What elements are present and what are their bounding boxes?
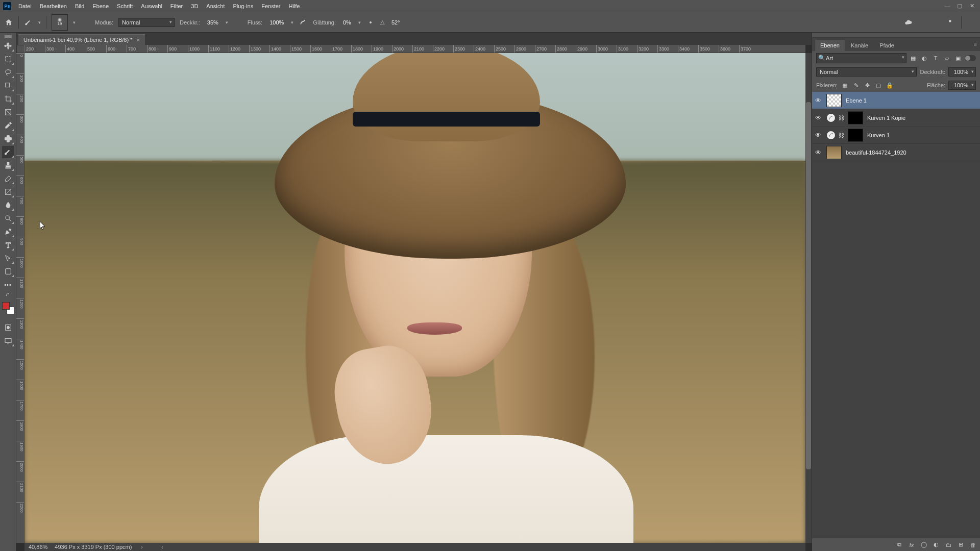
menu-ansicht[interactable]: Ansicht [202,2,229,11]
workspace-icon[interactable] [947,18,956,27]
panel-menu-icon[interactable]: ≡ [974,41,977,47]
horizontal-ruler[interactable]: 2003004005006007008009001000110012001300… [24,45,805,53]
status-chevron-icon[interactable]: › [139,544,145,550]
layer-thumb[interactable] [826,146,842,159]
tab-kanaele[interactable]: Kanäle [846,40,873,51]
selection-tool[interactable] [2,80,14,92]
layer-name-label[interactable]: beautiful-1844724_1920 [845,149,977,156]
brush-tool-icon[interactable] [24,18,33,27]
quick-mask-icon[interactable] [2,321,14,334]
opacity-value[interactable]: 35% [205,19,220,26]
eyedropper-tool[interactable] [2,119,14,132]
layer-list[interactable]: 👁 Ebene 1👁 ⛓ Kurven 1 Kopie👁 ⛓ Kurven 1👁… [812,92,980,538]
move-tool[interactable] [2,40,14,52]
window-minimize-icon[interactable]: — [942,2,952,10]
panel-grip[interactable] [812,33,980,38]
menu-bild[interactable]: Bild [71,2,88,11]
foreground-color-swatch[interactable] [2,302,10,310]
color-swatches[interactable] [2,302,14,314]
fill-value[interactable]: 100% [948,81,976,90]
layer-name-label[interactable]: Kurven 1 Kopie [866,115,977,121]
layer-filter-input[interactable] [816,53,906,63]
menu-auswahl[interactable]: Auswahl [137,2,166,11]
visibility-icon[interactable]: 👁 [815,132,823,139]
crop-tool[interactable] [2,93,14,105]
layer-fx-icon[interactable]: fx [908,541,916,549]
menu-filter[interactable]: Filter [166,2,187,11]
smoothing-options-icon[interactable] [366,18,375,27]
menu-fenster[interactable]: Fenster [257,2,284,11]
window-close-icon[interactable]: ✕ [967,2,977,10]
mask-thumb[interactable] [848,129,863,142]
brush-tool[interactable] [2,146,14,158]
eraser-tool[interactable] [2,172,14,185]
screen-mode-icon[interactable] [2,335,14,347]
canvas[interactable] [24,53,805,543]
frame-tool[interactable] [2,106,14,118]
layer-row[interactable]: 👁 beautiful-1844724_1920 [812,144,980,161]
lock-transparent-icon[interactable]: ▦ [841,81,849,89]
layer-mask-icon[interactable]: ◯ [920,541,928,549]
scroll-left-icon[interactable]: ‹ [159,544,165,550]
pressure-size-icon[interactable] [407,18,416,27]
tab-pfade[interactable]: Pfade [874,40,899,51]
brush-preset-picker[interactable]: 19 [52,14,68,31]
layer-blend-mode-dropdown[interactable]: Normal [816,67,917,77]
pressure-opacity-icon[interactable] [233,18,242,27]
visibility-icon[interactable]: 👁 [815,149,823,156]
layer-name-label[interactable]: Ebene 1 [845,97,977,104]
swap-colors-icon[interactable] [2,292,14,299]
pen-tool[interactable] [2,226,14,238]
link-icon[interactable]: ⛓ [839,132,845,138]
toolbox-grip[interactable] [5,35,12,38]
filter-smart-icon[interactable]: ▣ [953,54,963,63]
menu-schrift[interactable]: Schrift [113,2,137,11]
healing-tool[interactable] [2,133,14,145]
menu-bearbeiten[interactable]: Bearbeiten [36,2,71,11]
menu-hilfe[interactable]: Hilfe [284,2,304,11]
visibility-icon[interactable]: 👁 [815,114,823,121]
flow-value[interactable]: 100% [267,19,286,26]
layer-thumb[interactable] [826,94,842,107]
document-dimensions[interactable]: 4936 Px x 3319 Px (300 ppcm) [55,544,132,550]
document-tab[interactable]: Unbenannt-1 bei 40,9% (Ebene 1, RGB/8) *… [18,34,145,45]
marquee-tool[interactable] [2,53,14,65]
more-tools[interactable]: ••• [2,279,14,291]
shape-tool[interactable] [2,265,14,278]
lock-position-icon[interactable]: ✥ [863,81,871,89]
layer-row[interactable]: 👁 ⛓ Kurven 1 Kopie [812,109,980,127]
stamp-tool[interactable] [2,159,14,171]
path-tool[interactable] [2,252,14,264]
cloud-docs-icon[interactable] [904,18,913,27]
lasso-tool[interactable] [2,66,14,79]
share-icon[interactable] [967,18,976,27]
filter-shape-icon[interactable]: ▱ [942,54,951,63]
frame-icon[interactable] [933,18,942,27]
lock-all-icon[interactable]: 🔒 [886,81,894,89]
lock-artboard-icon[interactable]: ▢ [874,81,883,89]
smoothing-chevron-icon[interactable]: ▾ [358,20,361,25]
menu-3d[interactable]: 3D [187,2,202,11]
filter-toggle[interactable] [965,55,976,61]
layer-group-icon[interactable]: 🗀 [944,541,952,549]
dodge-tool[interactable] [2,212,14,224]
vertical-ruler[interactable]: 0100200300400500600700800900100011001200… [16,53,24,543]
close-tab-icon[interactable]: × [136,37,139,43]
filter-adjustment-icon[interactable]: ◐ [920,54,929,63]
layer-type-filter[interactable]: 🔍 [816,53,906,63]
layer-row[interactable]: 👁 Ebene 1 [812,92,980,109]
smoothing-value[interactable]: 0% [341,19,353,26]
window-maximize-icon[interactable]: ▢ [954,2,965,10]
visibility-icon[interactable]: 👁 [815,97,823,104]
symmetry-icon[interactable] [422,18,431,27]
layer-opacity-value[interactable]: 100% [948,67,976,77]
home-icon[interactable] [4,18,13,27]
menu-ebene[interactable]: Ebene [88,2,113,11]
filter-pixel-icon[interactable]: ▦ [909,54,918,63]
blend-mode-dropdown[interactable]: Normal [118,18,175,27]
airbrush-icon[interactable] [299,18,308,27]
layer-row[interactable]: 👁 ⛓ Kurven 1 [812,127,980,144]
angle-value[interactable]: 52° [389,19,402,26]
ruler-origin[interactable] [16,45,24,53]
adjustment-layer-icon[interactable]: ◐ [932,541,940,549]
